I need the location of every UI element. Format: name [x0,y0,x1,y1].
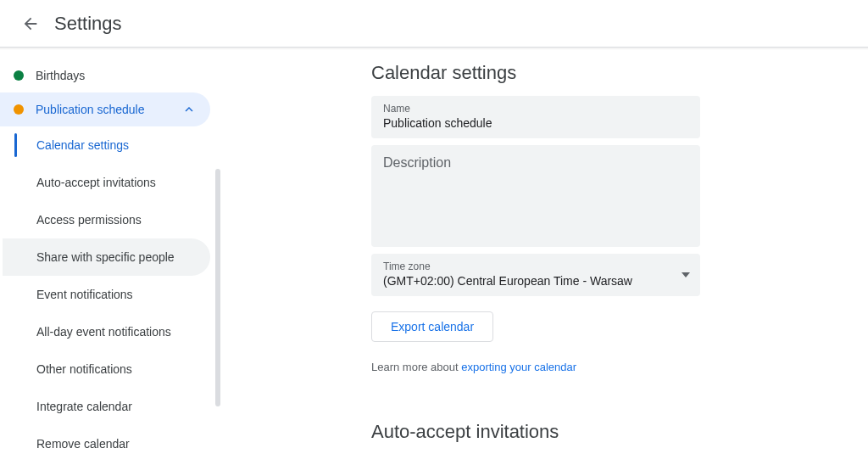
section-heading-calendar-settings: Calendar settings [370,62,868,84]
sidebar-sub-label: Access permissions [36,213,142,227]
calendar-color-dot [14,70,24,81]
arrow-left-icon [21,14,40,33]
name-field[interactable]: Name Publication schedule [371,96,700,138]
sidebar-sub-access-permissions[interactable]: Access permissions [3,201,210,238]
sidebar-sub-integrate-calendar[interactable]: Integrate calendar [3,388,210,425]
description-field-label: Description [383,152,688,171]
name-field-value: Publication schedule [383,116,688,130]
sidebar-sub-label: Event notifications [36,288,133,301]
sidebar-item-label: Birthdays [36,69,85,82]
sidebar-sub-label: Integrate calendar [36,400,132,413]
settings-sidebar: Birthdays Publication schedule Calendar … [0,50,224,465]
sidebar-sub-allday-notifications[interactable]: All-day event notifications [3,313,210,350]
content-layout: Birthdays Publication schedule Calendar … [0,50,868,465]
sidebar-sub-label: Calendar settings [36,138,129,152]
sidebar-sub-share-specific[interactable]: Share with specific people [3,238,210,276]
description-field[interactable]: Description [371,145,700,247]
sidebar-sub-auto-accept[interactable]: Auto-accept invitations [3,164,210,201]
calendar-color-dot [14,104,24,115]
sidebar-sub-calendar-settings[interactable]: Calendar settings [3,126,210,164]
learn-more-prefix: Learn more about [371,361,461,373]
caret-down-icon [682,272,690,277]
learn-more-text: Learn more about exporting your calendar [371,361,743,373]
sidebar-sub-label: Auto-accept invitations [36,176,156,189]
timezone-label: Time zone [383,261,670,272]
sidebar-sub-label: All-day event notifications [36,325,171,339]
sidebar-sub-event-notifications[interactable]: Event notifications [3,276,210,313]
sidebar-sub-other-notifications[interactable]: Other notifications [3,350,210,388]
scrollbar-indicator[interactable] [215,169,220,406]
sidebar-sub-label: Remove calendar [36,437,130,451]
page-title: Settings [54,13,122,35]
sidebar-sub-label: Share with specific people [36,250,175,264]
name-field-label: Name [383,103,688,115]
export-calendar-button[interactable]: Export calendar [371,311,493,342]
app-header: Settings [0,0,868,48]
sidebar-sub-remove-calendar[interactable]: Remove calendar [3,425,210,462]
sidebar-sub-label: Other notifications [36,362,132,376]
timezone-select[interactable]: Time zone (GMT+02:00) Central European T… [371,254,700,296]
exporting-calendar-link[interactable]: exporting your calendar [461,361,576,373]
sidebar-item-birthdays[interactable]: Birthdays [0,59,210,92]
export-button-label: Export calendar [391,320,474,333]
section-heading-auto-accept: Auto-accept invitations [370,421,868,443]
sidebar-item-label: Publication schedule [36,103,144,116]
sidebar-item-publication-schedule[interactable]: Publication schedule [0,92,210,126]
sidebar-subitems: Calendar settings Auto-accept invitation… [0,126,224,462]
timezone-value: (GMT+02:00) Central European Time - Wars… [383,274,670,288]
main-panel: Calendar settings Name Publication sched… [224,50,868,465]
back-button[interactable] [14,7,47,41]
chevron-up-icon [181,102,197,117]
